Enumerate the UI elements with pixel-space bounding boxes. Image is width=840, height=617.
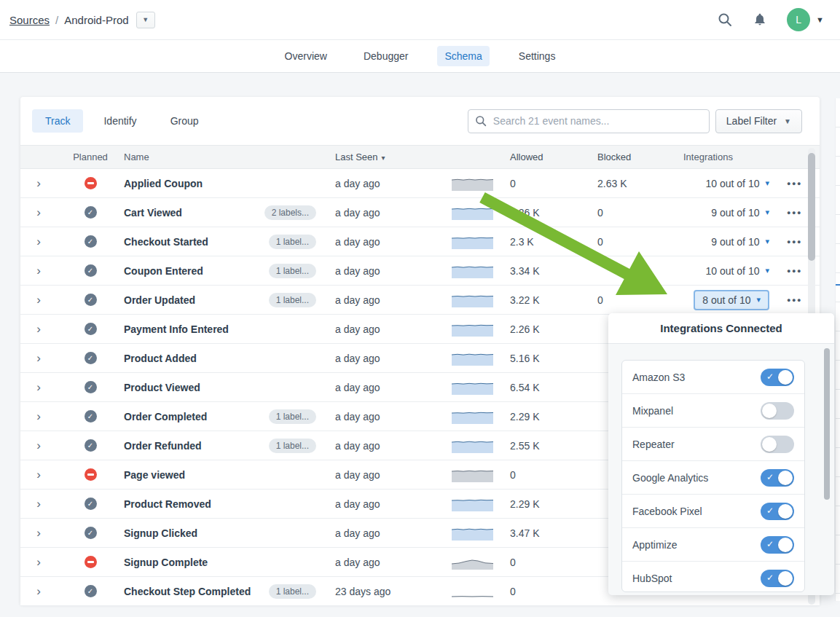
event-name[interactable]: Product Removed bbox=[124, 498, 270, 510]
integrations-dropdown[interactable]: 9 out of 10▾ bbox=[711, 207, 769, 219]
row-expand-chevron-icon[interactable]: › bbox=[20, 381, 57, 393]
top-header: Sources / Android-Prod ▼ L ▼ bbox=[0, 0, 840, 40]
check-icon: ✓ bbox=[766, 372, 774, 382]
planned-check-icon: ✓ bbox=[85, 527, 97, 539]
integration-toggle-on[interactable]: ✓ bbox=[761, 536, 794, 554]
row-expand-chevron-icon[interactable]: › bbox=[20, 352, 57, 364]
source-switcher-dropdown[interactable]: ▼ bbox=[136, 12, 155, 28]
row-expand-chevron-icon[interactable]: › bbox=[20, 410, 57, 423]
row-expand-chevron-icon[interactable]: › bbox=[20, 527, 57, 539]
integration-toggle-on[interactable]: ✓ bbox=[761, 570, 794, 587]
tab-group[interactable]: Group bbox=[157, 109, 212, 133]
avatar[interactable]: L bbox=[787, 8, 810, 31]
label-badge[interactable]: 1 label... bbox=[269, 293, 316, 307]
event-name[interactable]: Order Updated bbox=[124, 294, 270, 306]
row-expand-chevron-icon[interactable]: › bbox=[20, 323, 57, 335]
planned-check-icon: ✓ bbox=[85, 323, 97, 335]
last-seen-value: a day ago bbox=[335, 353, 452, 364]
label-badge[interactable]: 1 label... bbox=[269, 409, 316, 424]
integrations-dropdown[interactable]: 10 out of 10▾ bbox=[706, 265, 769, 277]
event-name[interactable]: Signup Clicked bbox=[124, 527, 270, 539]
table-header: Planned Name Last Seen▾ Allowed Blocked … bbox=[20, 145, 820, 169]
tab-settings[interactable]: Settings bbox=[511, 46, 563, 66]
search-icon[interactable] bbox=[717, 12, 733, 28]
sparkline-chart bbox=[452, 264, 510, 278]
integration-name: Repeater bbox=[632, 439, 675, 450]
tab-track[interactable]: Track bbox=[32, 109, 83, 133]
row-expand-chevron-icon[interactable]: › bbox=[20, 177, 57, 189]
label-badge[interactable]: 1 label... bbox=[269, 235, 316, 249]
column-last-seen[interactable]: Last Seen▾ bbox=[335, 152, 452, 162]
toggle-knob bbox=[778, 504, 793, 519]
last-seen-value: 23 days ago bbox=[335, 586, 452, 597]
label-badge[interactable]: 1 label... bbox=[269, 264, 316, 278]
event-name[interactable]: Checkout Step Completed bbox=[124, 586, 270, 597]
event-name[interactable]: Cart Viewed bbox=[124, 207, 270, 219]
integration-toggle-on[interactable]: ✓ bbox=[761, 369, 794, 386]
event-name[interactable]: Product Added bbox=[124, 353, 270, 364]
event-name[interactable]: Checkout Started bbox=[124, 236, 270, 248]
row-expand-chevron-icon[interactable]: › bbox=[20, 206, 57, 219]
label-badge[interactable]: 1 label... bbox=[269, 439, 316, 453]
integrations-dropdown[interactable]: 10 out of 10▾ bbox=[706, 178, 769, 189]
tab-identify[interactable]: Identify bbox=[90, 109, 149, 133]
chevron-down-icon: ▾ bbox=[756, 295, 761, 304]
last-seen-value: a day ago bbox=[335, 498, 452, 510]
integration-toggle-on[interactable]: ✓ bbox=[761, 503, 794, 520]
row-expand-chevron-icon[interactable]: › bbox=[20, 468, 57, 481]
chevron-down-icon: ▼ bbox=[784, 117, 791, 125]
label-filter-button[interactable]: Label Filter ▼ bbox=[715, 109, 802, 133]
event-name[interactable]: Payment Info Entered bbox=[124, 323, 270, 335]
allowed-count: 0 bbox=[510, 469, 597, 481]
row-expand-chevron-icon[interactable]: › bbox=[20, 439, 57, 452]
integration-toggle-off[interactable] bbox=[761, 436, 794, 453]
popup-scrollbar-thumb[interactable] bbox=[824, 348, 830, 500]
tab-schema[interactable]: Schema bbox=[437, 46, 489, 66]
allowed-count: 5.16 K bbox=[510, 353, 597, 364]
event-name[interactable]: Applied Coupon bbox=[124, 178, 270, 189]
search-input[interactable] bbox=[468, 109, 710, 133]
allowed-count: 3.34 K bbox=[510, 265, 597, 277]
integrations-dropdown[interactable]: 8 out of 10▾ bbox=[694, 290, 769, 310]
integration-toggle-on[interactable]: ✓ bbox=[761, 469, 794, 487]
last-seen-value: a day ago bbox=[335, 527, 452, 539]
label-badge[interactable]: 2 labels... bbox=[264, 205, 316, 220]
last-seen-value: a day ago bbox=[335, 440, 452, 452]
event-name[interactable]: Product Viewed bbox=[124, 382, 270, 393]
notifications-bell-icon[interactable] bbox=[752, 12, 768, 28]
label-badge[interactable]: 1 label... bbox=[269, 584, 316, 599]
column-integrations: Integrations bbox=[683, 152, 769, 162]
event-name[interactable]: Page viewed bbox=[124, 469, 270, 481]
right-edge-blue-tick bbox=[836, 284, 840, 286]
row-expand-chevron-icon[interactable]: › bbox=[20, 264, 57, 277]
check-icon: ✓ bbox=[766, 573, 774, 583]
integration-item: Facebook Pixel✓ bbox=[622, 495, 804, 528]
event-name[interactable]: Coupon Entered bbox=[124, 265, 270, 277]
event-name[interactable]: Order Refunded bbox=[124, 440, 270, 452]
integrations-dropdown[interactable]: 9 out of 10▾ bbox=[711, 236, 769, 248]
tab-overview[interactable]: Overview bbox=[278, 46, 334, 66]
table-row: ›Applied Coupona day ago02.63 K10 out of… bbox=[20, 169, 820, 198]
tab-debugger[interactable]: Debugger bbox=[356, 46, 416, 66]
last-seen-value: a day ago bbox=[335, 382, 452, 393]
popup-scrollbar[interactable] bbox=[824, 348, 830, 567]
sparkline-chart bbox=[452, 176, 510, 191]
row-expand-chevron-icon[interactable]: › bbox=[20, 498, 57, 510]
row-expand-chevron-icon[interactable]: › bbox=[20, 294, 57, 306]
breadcrumb-sources-link[interactable]: Sources bbox=[9, 14, 50, 26]
search-icon bbox=[475, 115, 487, 127]
event-name[interactable]: Signup Complete bbox=[124, 557, 270, 568]
planned-check-icon: ✓ bbox=[85, 294, 97, 306]
row-expand-chevron-icon[interactable]: › bbox=[20, 585, 57, 597]
event-name[interactable]: Order Completed bbox=[124, 411, 270, 423]
last-seen-value: a day ago bbox=[335, 323, 452, 335]
table-scrollbar-thumb[interactable] bbox=[808, 153, 815, 261]
sparkline-chart bbox=[452, 205, 510, 220]
integration-toggle-off[interactable] bbox=[761, 402, 794, 420]
table-row: ›✓Cart Viewed2 labels...a day ago2.26 K0… bbox=[20, 198, 820, 227]
breadcrumb-current-source: Android-Prod bbox=[64, 14, 128, 26]
row-expand-chevron-icon[interactable]: › bbox=[20, 235, 57, 248]
row-expand-chevron-icon[interactable]: › bbox=[20, 556, 57, 568]
user-menu[interactable]: L ▼ bbox=[787, 8, 824, 31]
toggle-knob bbox=[762, 437, 777, 452]
